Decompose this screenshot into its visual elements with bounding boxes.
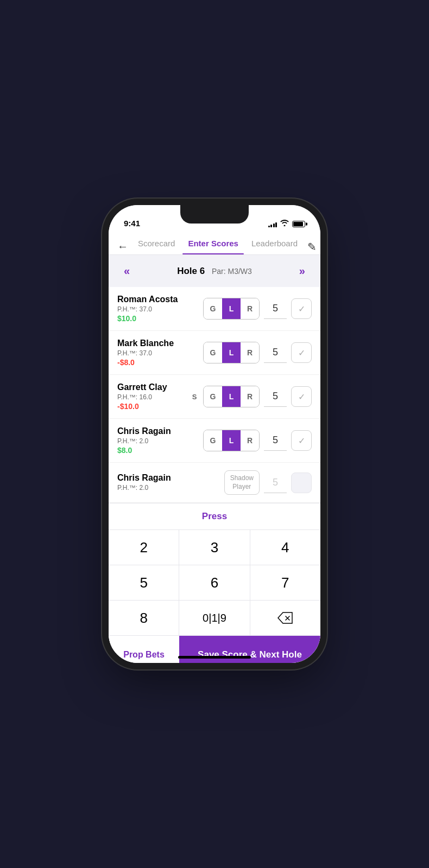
player-handicap: P.H.™: 37.0 [117,305,199,313]
prop-bets-button[interactable]: Prop Bets [109,636,179,663]
player-controls: G L R ✓ [203,298,312,320]
player-money: $10.0 [117,314,199,323]
numpad-key-3[interactable]: 3 [179,530,250,565]
player-controls: G L R ✓ [203,342,312,363]
r-button[interactable]: R [241,386,259,407]
player-money: $8.0 [117,446,199,455]
player-row: Garrett Clay P.H.™: 16.0 -$10.0 S G L R … [109,375,320,419]
check-button [291,473,312,493]
player-info: Roman Acosta P.H.™: 37.0 $10.0 [117,295,199,323]
action-bar: Prop Bets Save Score & Next Hole [109,636,320,663]
player-info: Mark Blanche P.H.™: 37.0 -$8.0 [117,339,199,367]
wifi-icon [280,220,289,228]
check-button[interactable]: ✓ [291,386,312,407]
l-button[interactable]: L [222,298,241,319]
prev-hole-button[interactable]: « [119,263,134,279]
tab-leaderboard[interactable]: Leaderboard [246,239,303,254]
score-input[interactable] [264,342,287,363]
player-controls: ShadowPlayer [224,470,312,495]
player-handicap: P.H.™: 2.0 [117,484,220,492]
status-time: 9:41 [124,219,140,228]
numpad-key-8[interactable]: 8 [109,601,179,635]
r-button[interactable]: R [241,430,259,451]
press-section: Press [109,503,320,529]
glr-buttons: G L R [203,430,260,451]
next-hole-button[interactable]: » [295,263,310,279]
player-row: Mark Blanche P.H.™: 37.0 -$8.0 G L R ✓ [109,331,320,375]
numpad-key-4[interactable]: 4 [250,530,320,565]
tab-enter-scores[interactable]: Enter Scores [182,239,244,254]
r-button[interactable]: R [241,298,259,319]
phone-frame: 9:41 ← [109,205,320,663]
g-button[interactable]: G [204,298,222,319]
nav-header: ← Scorecard Enter Scores Leaderboard ✎ [109,232,320,255]
player-name: Mark Blanche [117,339,199,348]
player-controls: S G L R ✓ [190,386,312,407]
player-row: Chris Ragain P.H.™: 2.0 ShadowPlayer [109,463,320,503]
player-handicap: P.H.™: 16.0 [117,393,186,401]
player-name: Chris Ragain [117,473,220,483]
l-button[interactable]: L [222,342,241,363]
numpad-key-6[interactable]: 6 [179,565,250,600]
status-icons [268,220,306,228]
save-next-button[interactable]: Save Score & Next Hole [179,636,320,663]
press-label: Press [202,511,227,521]
player-money: -$8.0 [117,358,199,367]
numpad-key-2[interactable]: 2 [109,530,179,565]
l-button[interactable]: L [222,430,241,451]
notch [180,205,249,224]
g-button[interactable]: G [204,430,222,451]
g-button[interactable]: G [204,342,222,363]
numpad-key-7[interactable]: 7 [250,565,320,600]
home-indicator [178,656,251,659]
player-info: Chris Ragain P.H.™: 2.0 [117,473,220,493]
player-info: Chris Ragain P.H.™: 2.0 $8.0 [117,426,199,455]
player-handicap: P.H.™: 37.0 [117,349,199,357]
player-money: -$10.0 [117,402,186,411]
player-name: Garrett Clay [117,382,186,392]
l-button[interactable]: L [222,386,241,407]
player-handicap: P.H.™: 2.0 [117,437,199,445]
glr-buttons: G L R [203,342,260,363]
r-button[interactable]: R [241,342,259,363]
hole-par: Par: M3/W3 [212,267,252,276]
hole-title: Hole 6 Par: M3/W3 [177,266,252,276]
score-input[interactable] [264,386,287,407]
hole-nav: « Hole 6 Par: M3/W3 » [109,255,320,287]
numpad: 2 3 4 5 6 7 8 0|1|9 [109,529,320,636]
player-row: Roman Acosta P.H.™: 37.0 $10.0 G L R ✓ [109,287,320,331]
nav-tabs: Scorecard Enter Scores Leaderboard [133,239,303,254]
score-input [264,473,287,493]
check-button[interactable]: ✓ [291,430,312,451]
player-name: Chris Ragain [117,426,199,436]
score-input[interactable] [264,298,287,319]
hole-info: Hole 6 Par: M3/W3 [177,266,252,277]
edit-button[interactable]: ✎ [303,240,317,253]
numpad-key-019[interactable]: 0|1|9 [179,601,250,635]
numpad-backspace-button[interactable] [250,601,320,635]
player-row: Chris Ragain P.H.™: 2.0 $8.0 G L R ✓ [109,419,320,463]
tab-scorecard[interactable]: Scorecard [133,239,180,254]
numpad-row: 2 3 4 [109,530,320,565]
numpad-key-5[interactable]: 5 [109,565,179,600]
stroke-badge: S [190,393,199,401]
player-controls: G L R ✓ [203,430,312,451]
signal-icon [268,221,277,227]
battery-icon [292,221,305,227]
screen: ← Scorecard Enter Scores Leaderboard ✎ «… [109,232,320,663]
back-button[interactable]: ← [117,240,133,253]
numpad-row: 5 6 7 [109,565,320,601]
numpad-row: 8 0|1|9 [109,601,320,636]
glr-buttons: G L R [203,386,260,407]
check-button[interactable]: ✓ [291,298,312,319]
check-button[interactable]: ✓ [291,342,312,363]
glr-buttons: G L R [203,298,260,320]
score-input[interactable] [264,430,287,451]
player-info: Garrett Clay P.H.™: 16.0 -$10.0 [117,382,186,411]
players-list: Roman Acosta P.H.™: 37.0 $10.0 G L R ✓ [109,287,320,663]
shadow-player-button[interactable]: ShadowPlayer [224,470,260,495]
player-name: Roman Acosta [117,295,199,304]
g-button[interactable]: G [204,386,222,407]
